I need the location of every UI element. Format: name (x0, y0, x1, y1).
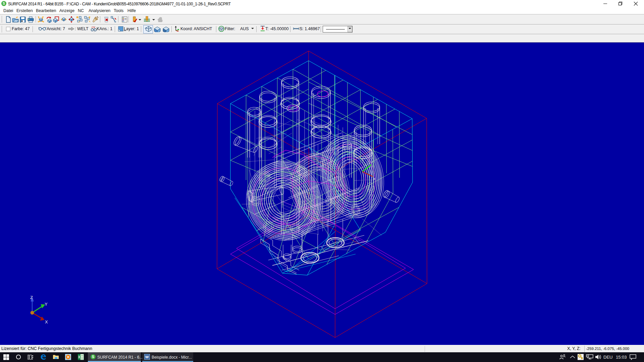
svg-text:W: W (145, 355, 149, 359)
svg-text:X: X (373, 177, 375, 181)
svg-text:CV: CV (92, 26, 96, 29)
svg-text:X: X (45, 319, 48, 324)
svg-text:Y: Y (45, 302, 48, 307)
svg-text:Z: Z (361, 158, 363, 161)
svg-text:Z: Z (30, 295, 33, 300)
